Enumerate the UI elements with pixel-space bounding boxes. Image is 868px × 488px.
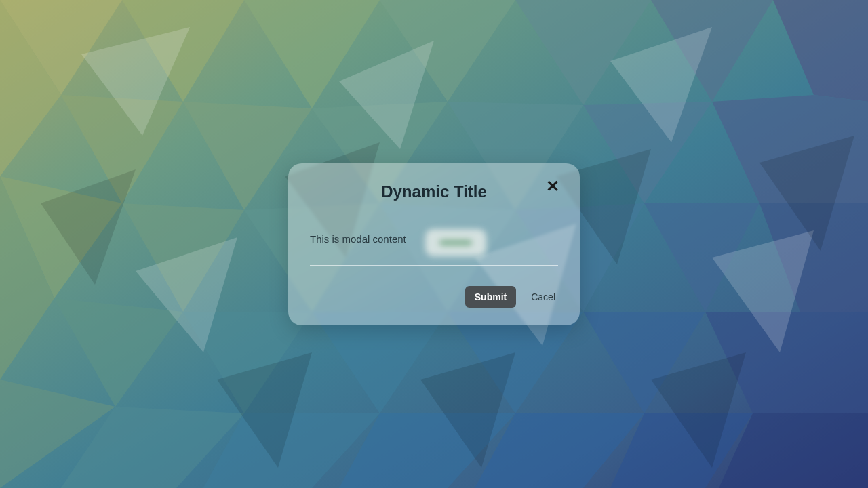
modal-header: Dynamic Title ✕ (310, 182, 558, 211)
close-icon[interactable]: ✕ (546, 178, 559, 195)
blurred-overlay (425, 229, 486, 256)
modal-body: This is modal content (310, 211, 558, 266)
submit-button[interactable]: Submit (465, 286, 516, 308)
cancel-button[interactable]: Cacel (528, 286, 558, 308)
modal-dialog: Dynamic Title ✕ This is modal content Su… (288, 163, 580, 325)
modal-title: Dynamic Title (310, 182, 558, 201)
modal-footer: Submit Cacel (310, 266, 558, 308)
